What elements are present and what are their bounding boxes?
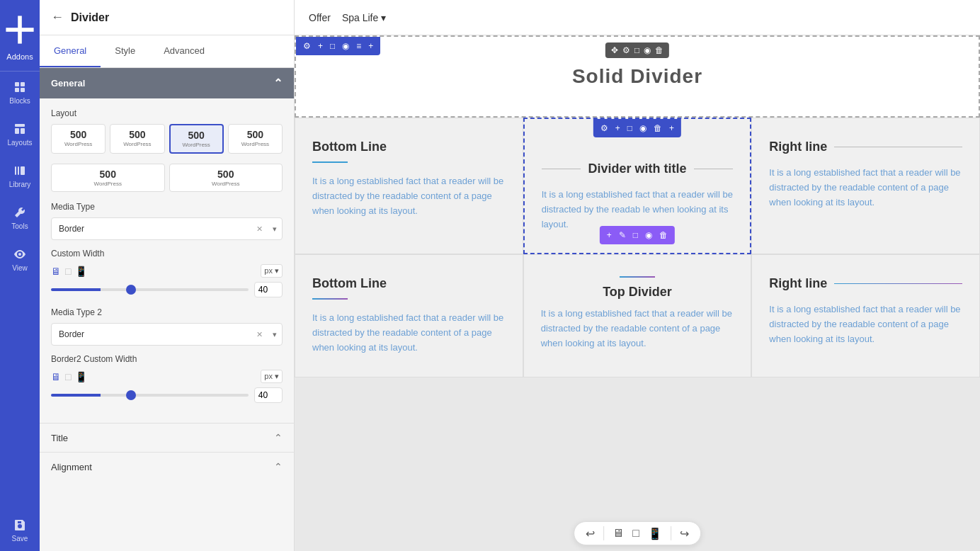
purple-delete-icon[interactable]: 🗑 (658, 229, 669, 242)
card-copy-icon[interactable]: □ (626, 122, 634, 135)
card-text-2: It is a long established fact that a rea… (542, 188, 734, 232)
library-icon (13, 164, 27, 178)
layout-option-1[interactable]: 500 WordPress (51, 124, 106, 154)
topbar-spa-dropdown[interactable]: Spa Life ▾ (342, 12, 386, 23)
unit2-selector[interactable]: px ▾ (261, 370, 283, 383)
select-clear-icon[interactable]: ✕ (256, 225, 263, 234)
layout-option-6[interactable]: 500 WordPress (169, 164, 283, 192)
sidebar-item-layouts[interactable]: Layouts (0, 113, 40, 155)
page-title-text: Solid Divider (310, 65, 964, 88)
layout-size-2: 500 (115, 129, 159, 140)
layout-size-5: 500 (56, 169, 160, 180)
tab-style[interactable]: Style (101, 35, 149, 67)
alignment-section-header[interactable]: Alignment ⌃ (40, 453, 294, 481)
media-type-2-select[interactable]: Border (51, 323, 283, 346)
svg-rect-4 (15, 88, 19, 92)
device-icons: 🖥 □ 📱 (51, 266, 87, 277)
desktop2-icon[interactable]: 🖥 (51, 371, 61, 382)
right-title-2: Right line (769, 276, 827, 291)
topbar-spa-label: Spa Life (342, 12, 378, 23)
unit-selector[interactable]: px ▾ (261, 264, 283, 278)
layout-size-3: 500 (175, 130, 218, 141)
tablet2-icon[interactable]: □ (65, 371, 71, 382)
hide-element-icon[interactable]: ◉ (644, 45, 651, 55)
card-right-line-2: Right line It is a long established fact… (751, 254, 980, 377)
tab-advanced[interactable]: Advanced (149, 35, 219, 67)
card-plus-icon[interactable]: + (668, 122, 676, 135)
right-line-2 (834, 283, 962, 284)
card-text-6: It is a long established fact that a rea… (769, 302, 962, 346)
mobile-icon[interactable]: 📱 (75, 266, 87, 277)
panel-content: General ⌃ Layout 500 WordPress 500 WordP… (40, 68, 294, 551)
alignment-section: Alignment ⌃ (40, 452, 294, 481)
general-section-header[interactable]: General ⌃ (40, 68, 294, 98)
alignment-chevron-icon: ⌃ (274, 461, 283, 472)
unit-px[interactable]: px ▾ (261, 264, 283, 278)
layout-option-2[interactable]: 500 WordPress (110, 124, 164, 154)
sidebar-item-tools[interactable]: Tools (0, 197, 40, 239)
select2-clear-icon[interactable]: ✕ (256, 330, 263, 339)
element-toolbar: ✥ ⚙ □ ◉ 🗑 (605, 42, 669, 58)
sidebar-item-addons[interactable]: Addons (0, 0, 40, 72)
card-hide-icon[interactable]: ◉ (638, 122, 648, 135)
purple-hide-icon[interactable]: ◉ (644, 229, 654, 242)
purple-edit-icon[interactable]: ✎ (617, 229, 627, 242)
top-div-title: Top Divider (603, 285, 672, 300)
border2-width-slider[interactable] (51, 394, 249, 397)
sidebar-item-save[interactable]: Save (0, 509, 40, 551)
svg-rect-9 (15, 166, 16, 175)
desktop-view-icon[interactable]: 🖥 (612, 527, 624, 540)
copy-element-icon[interactable]: □ (634, 45, 639, 55)
card-title-1: Bottom Line (312, 140, 506, 154)
layout-option-4[interactable]: 500 WordPress (228, 124, 283, 154)
bottom-toolbar-divider (603, 526, 604, 540)
sidebar-item-library[interactable]: Library (0, 155, 40, 197)
border2-width-value[interactable] (254, 387, 283, 403)
title-section-header[interactable]: Title ⌃ (40, 424, 294, 452)
card-right-line-1: Right line It is a long established fact… (751, 118, 980, 254)
layout-label: Layout (51, 108, 283, 118)
card-delete-icon[interactable]: 🗑 (652, 122, 663, 135)
right-title-1: Right line (769, 140, 827, 154)
undo-icon[interactable]: ↩ (586, 527, 595, 540)
card-add-icon[interactable]: + (614, 122, 622, 135)
delete-element-icon[interactable]: 🗑 (655, 45, 663, 55)
svg-rect-6 (15, 124, 25, 127)
purple-copy-icon[interactable]: □ (632, 229, 639, 242)
right-line-wrap-2: Right line (769, 276, 962, 291)
layout-option-5[interactable]: 500 WordPress (51, 164, 165, 192)
settings-element-icon[interactable]: ⚙ (622, 45, 630, 55)
sidebar-label-blocks: Blocks (9, 97, 30, 105)
tablet-icon[interactable]: □ (65, 266, 71, 277)
tools-icon (13, 205, 27, 220)
redo-icon[interactable]: ↪ (680, 527, 689, 540)
general-chevron-icon: ⌃ (273, 76, 283, 90)
general-section-body: Layout 500 WordPress 500 WordPress 500 W… (40, 98, 294, 423)
mobile-view-icon[interactable]: 📱 (648, 527, 662, 540)
divider-cards-row1: Bottom Line It is a long established fac… (295, 118, 980, 254)
custom-width-value[interactable] (254, 282, 283, 297)
desktop-icon[interactable]: 🖥 (51, 266, 61, 277)
canvas-scroll[interactable]: ⚙ + □ ◉ ≡ + ✥ ⚙ □ ◉ 🗑 Solid Divider (295, 35, 980, 551)
tablet-view-icon[interactable]: □ (632, 527, 639, 540)
card-settings-icon[interactable]: ⚙ (599, 122, 610, 135)
blocks-icon (13, 80, 27, 94)
layouts-icon (13, 122, 27, 136)
mobile2-icon[interactable]: 📱 (75, 371, 87, 382)
tab-general[interactable]: General (40, 35, 101, 67)
purple-add-icon[interactable]: + (605, 229, 613, 242)
select2-arrow-icon: ▾ (273, 330, 277, 339)
top-div-line (620, 276, 655, 278)
layout-option-3[interactable]: 500 WordPress (169, 124, 224, 154)
divider-line-left (542, 169, 581, 169)
move-element-icon[interactable]: ✥ (611, 45, 618, 55)
save-icon (13, 518, 27, 532)
back-button[interactable]: ← (51, 10, 64, 25)
sidebar-item-view[interactable]: View (0, 239, 40, 280)
card-toolbar-purple: + ✎ □ ◉ 🗑 (600, 226, 675, 244)
custom-width-slider[interactable] (51, 288, 249, 291)
alignment-section-label: Alignment (51, 462, 92, 472)
sidebar-item-blocks[interactable]: Blocks (0, 72, 40, 113)
unit2-px[interactable]: px ▾ (261, 370, 283, 383)
media-type-select[interactable]: Border (51, 217, 283, 240)
